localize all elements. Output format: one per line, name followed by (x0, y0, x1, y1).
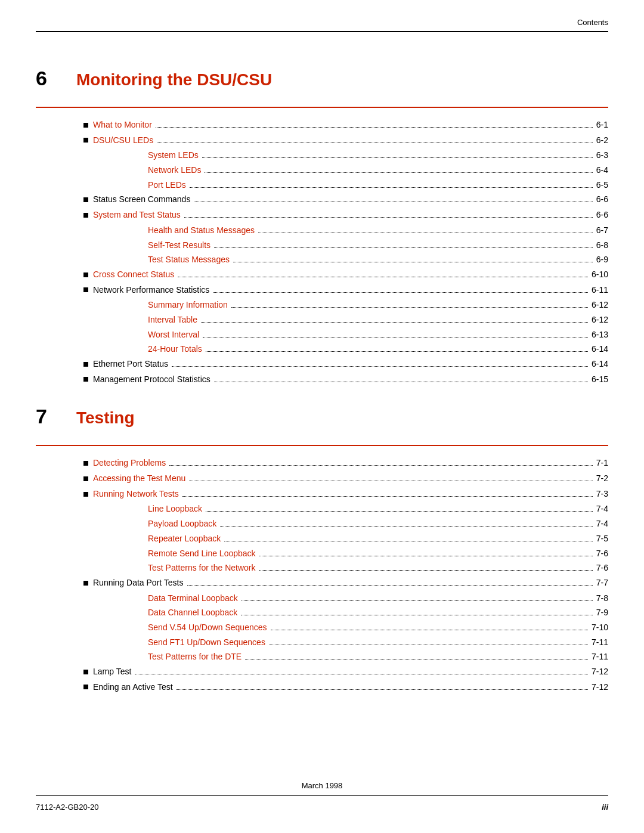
toc-sub-entry-label[interactable]: Data Terminal Loopback (148, 592, 238, 605)
chapter-6-toc: What to Monitor6-1DSU/CSU LEDs6-2System … (83, 119, 608, 386)
toc-sub-dots (190, 187, 593, 188)
toc-entry: Accessing the Test Menu7-2 (83, 472, 608, 485)
toc-sub-entry: System LEDs6-3 (148, 149, 608, 162)
toc-page-number: 7-2 (596, 472, 608, 485)
toc-entry-label[interactable]: Lamp Test (93, 665, 131, 679)
toc-sub-entry: Interval Table6-12 (148, 314, 608, 327)
toc-page-number: 7-3 (596, 488, 608, 501)
toc-sub-section: System LEDs6-3Network LEDs6-4Port LEDs6-… (148, 149, 608, 191)
toc-sub-page-number: 7-4 (596, 518, 608, 531)
chapter-6-number: 6 (36, 67, 60, 90)
toc-page-number: 6-14 (592, 358, 608, 371)
toc-sub-entry-label[interactable]: Summary Information (148, 299, 228, 312)
toc-sub-dots (269, 645, 588, 645)
toc-page-number: 6-6 (596, 209, 608, 222)
toc-sub-dots (201, 322, 588, 323)
toc-sub-entry: Test Patterns for the DTE7-11 (148, 651, 608, 664)
toc-entry-label[interactable]: System and Test Status (93, 209, 181, 222)
toc-entry: Status Screen Commands6-6 (83, 193, 608, 206)
toc-sub-dots (224, 541, 593, 541)
toc-sub-section: Data Terminal Loopback7-8Data Channel Lo… (148, 592, 608, 664)
chapter-7-divider (36, 445, 608, 446)
toc-sub-entry-label[interactable]: Payload Loopback (148, 518, 216, 531)
toc-sub-entry-label[interactable]: Network LEDs (148, 164, 201, 177)
toc-sub-dots (214, 247, 593, 248)
toc-sub-page-number: 7-11 (592, 636, 608, 649)
toc-sub-section: Summary Information6-12Interval Table6-1… (148, 299, 608, 356)
toc-sub-dots (220, 526, 593, 527)
toc-sub-entry-label[interactable]: Send V.54 Up/Down Sequences (148, 621, 267, 634)
toc-sub-dots (206, 511, 593, 512)
toc-entry-label[interactable]: Ethernet Port Status (93, 358, 168, 371)
toc-sub-entry: Worst Interval6-13 (148, 329, 608, 342)
toc-bullet-icon (83, 488, 93, 501)
toc-sub-page-number: 6-5 (596, 179, 608, 192)
toc-bullet-icon (83, 457, 93, 470)
toc-dots (157, 143, 593, 143)
toc-sub-entry: 24-Hour Totals6-14 (148, 343, 608, 356)
chapter-7-toc: Detecting Problems7-1Accessing the Test … (83, 457, 608, 693)
toc-dots (135, 674, 588, 674)
toc-sub-entry-label[interactable]: Interval Table (148, 314, 197, 327)
toc-sub-entry: Port LEDs6-5 (148, 179, 608, 192)
toc-sub-page-number: 6-14 (592, 343, 608, 356)
toc-sub-entry-label[interactable]: Line Loopback (148, 503, 202, 516)
page: Contents 6 Monitoring the DSU/CSU What t… (0, 0, 644, 833)
toc-sub-page-number: 7-4 (596, 503, 608, 516)
toc-entry-label[interactable]: Ending an Active Test (93, 681, 173, 694)
toc-entry-label[interactable]: Detecting Problems (93, 457, 166, 470)
chapter-7-title: Testing (76, 408, 134, 428)
footer-divider (36, 795, 608, 796)
toc-sub-entry-label[interactable]: Send FT1 Up/Down Sequences (148, 636, 265, 649)
toc-sub-entry: Line Loopback7-4 (148, 503, 608, 516)
toc-page-number: 6-6 (596, 193, 608, 206)
toc-entry-label[interactable]: What to Monitor (93, 119, 152, 132)
toc-sub-entry-label[interactable]: Test Patterns for the DTE (148, 651, 242, 664)
toc-sub-page-number: 6-9 (596, 253, 608, 267)
toc-page-number: 6-11 (592, 284, 608, 297)
toc-entry-label[interactable]: Running Network Tests (93, 488, 179, 501)
toc-entry-label[interactable]: Status Screen Commands (93, 193, 190, 206)
toc-bullet-icon (83, 284, 93, 297)
chapter-7-section: 7 Testing Detecting Problems7-1Accessing… (36, 405, 608, 693)
footer-right: iii (602, 803, 608, 812)
toc-entry: Management Protocol Statistics6-15 (83, 373, 608, 386)
toc-sub-page-number: 7-11 (592, 651, 608, 664)
toc-sub-page-number: 6-12 (592, 314, 608, 327)
toc-sub-entry-label[interactable]: Test Status Messages (148, 253, 230, 267)
toc-sub-entry-label[interactable]: 24-Hour Totals (148, 343, 202, 356)
toc-entry: Ethernet Port Status6-14 (83, 358, 608, 371)
toc-sub-entry-label[interactable]: Port LEDs (148, 179, 186, 192)
toc-sub-entry-label[interactable]: Worst Interval (148, 329, 199, 342)
toc-sub-entry-label[interactable]: Data Channel Loopback (148, 606, 237, 620)
toc-entry-label[interactable]: Network Performance Statistics (93, 284, 209, 297)
toc-entry-label[interactable]: Cross Connect Status (93, 268, 174, 281)
toc-sub-dots (259, 556, 593, 556)
toc-entry-label[interactable]: Management Protocol Statistics (93, 373, 210, 386)
chapter-7-heading: 7 Testing (36, 405, 608, 428)
toc-sub-entry-label[interactable]: Test Patterns for the Network (148, 562, 256, 575)
toc-sub-dots (233, 262, 593, 262)
toc-sub-entry-label[interactable]: System LEDs (148, 149, 199, 162)
toc-dots (184, 217, 593, 218)
toc-sub-entry-label[interactable]: Health and Status Messages (148, 224, 255, 237)
chapter-6-section: 6 Monitoring the DSU/CSU What to Monitor… (36, 67, 608, 386)
toc-entry-label[interactable]: Accessing the Test Menu (93, 472, 185, 485)
toc-page-number: 7-12 (592, 681, 608, 694)
toc-sub-entry-label[interactable]: Self-Test Results (148, 239, 210, 252)
toc-sub-page-number: 7-10 (592, 621, 608, 634)
toc-sub-entry: Summary Information6-12 (148, 299, 608, 312)
toc-sub-page-number: 6-4 (596, 164, 608, 177)
toc-sub-page-number: 6-13 (592, 329, 608, 342)
toc-sub-page-number: 7-8 (596, 592, 608, 605)
toc-sub-entry: Self-Test Results6-8 (148, 239, 608, 252)
toc-sub-entry: Remote Send Line Loopback7-6 (148, 547, 608, 561)
toc-sub-entry-label[interactable]: Remote Send Line Loopback (148, 547, 256, 561)
toc-sub-entry-label[interactable]: Repeater Loopback (148, 532, 221, 546)
toc-entry-label[interactable]: DSU/CSU LEDs (93, 134, 153, 147)
toc-dots (177, 689, 588, 690)
toc-sub-page-number: 6-8 (596, 239, 608, 252)
toc-entry-label[interactable]: Running Data Port Tests (93, 577, 184, 590)
toc-sub-dots (206, 351, 588, 352)
toc-sub-entry: Data Channel Loopback7-9 (148, 606, 608, 620)
